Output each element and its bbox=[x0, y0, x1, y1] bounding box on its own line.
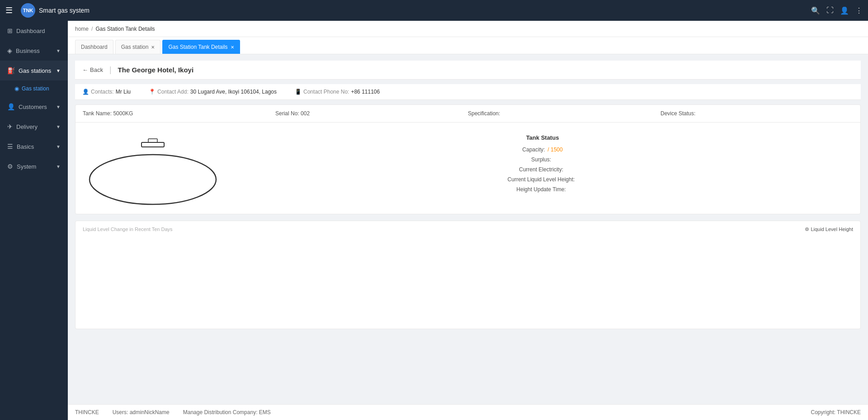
sidebar: ⊞ Dashboard ◈ Business ▼ ⛽ Gas stations … bbox=[0, 21, 68, 420]
content-area: home / Gas Station Tank Details Dashboar… bbox=[68, 21, 868, 420]
footer-users: Users: adminNickName bbox=[113, 409, 170, 415]
tab-label: Gas station bbox=[121, 44, 149, 50]
capacity-label: Capacity: bbox=[522, 146, 545, 153]
tank-illustration bbox=[83, 130, 223, 207]
dashboard-icon: ⊞ bbox=[7, 27, 13, 34]
footer-company: THINCKE bbox=[75, 409, 99, 415]
device-status-label: Device Status: bbox=[660, 110, 695, 117]
back-arrow-icon: ← bbox=[82, 66, 88, 73]
logo-icon: TNK bbox=[21, 3, 35, 18]
tank-name-label: Tank Name: bbox=[83, 110, 112, 117]
chart-area: Liquid Level Change in Recent Ten Days L… bbox=[75, 221, 861, 329]
sidebar-item-basics[interactable]: ☰ Basics ▼ bbox=[0, 137, 68, 156]
sidebar-item-dashboard[interactable]: ⊞ Dashboard bbox=[0, 21, 68, 41]
header-right: 🔍 ⛶ 👤 ⋮ bbox=[811, 6, 863, 15]
chevron-down-icon: ▼ bbox=[56, 164, 61, 169]
serial-label: Serial No: bbox=[275, 110, 299, 117]
electricity-row: Current Electricity: bbox=[241, 166, 844, 173]
chevron-down-icon: ▼ bbox=[56, 124, 61, 129]
manage-label: Manage Distribution Company: bbox=[183, 409, 258, 415]
chevron-down-icon: ▼ bbox=[56, 48, 61, 53]
hamburger-icon[interactable]: ☰ bbox=[5, 5, 13, 15]
sidebar-item-gas-stations[interactable]: ⛽ Gas stations ▼ bbox=[0, 61, 68, 80]
delivery-icon: ✈ bbox=[7, 123, 13, 130]
surplus-label: Surplus: bbox=[531, 156, 551, 163]
top-header: ☰ TNK Smart gas system 🔍 ⛶ 👤 ⋮ bbox=[0, 0, 868, 21]
back-button[interactable]: ← Back bbox=[82, 66, 103, 73]
legend-liquid-level: Liquid Level Height bbox=[805, 227, 853, 232]
contact-add-label: Contact Add: bbox=[157, 89, 189, 95]
tab-label: Gas Station Tank Details bbox=[168, 44, 227, 50]
settings-icon[interactable]: ⋮ bbox=[855, 6, 863, 15]
users-label: Users: bbox=[113, 409, 128, 415]
back-separator: | bbox=[109, 65, 112, 75]
search-icon[interactable]: 🔍 bbox=[811, 6, 820, 15]
sidebar-item-business[interactable]: ◈ Business ▼ bbox=[0, 41, 68, 61]
contact-add-value: 30 Lugard Ave, Ikoyi 106104, Lagos bbox=[190, 89, 277, 95]
tank-name-cell: Tank Name: 5000KG bbox=[83, 110, 275, 117]
tank-card-header: Tank Name: 5000KG Serial No: 002 Specifi… bbox=[75, 105, 860, 123]
phone-icon: 📱 bbox=[295, 89, 302, 95]
sidebar-sub-label: Gas station bbox=[22, 85, 49, 92]
back-label: Back bbox=[90, 66, 103, 73]
footer-left: THINCKE Users: adminNickName Manage Dist… bbox=[75, 409, 271, 415]
legend-dot-icon bbox=[805, 227, 809, 231]
tank-svg bbox=[85, 134, 221, 207]
breadcrumb-current: Gas Station Tank Details bbox=[95, 26, 155, 32]
breadcrumb-separator: / bbox=[91, 26, 93, 32]
app-wrapper: ☰ TNK Smart gas system 🔍 ⛶ 👤 ⋮ ⊞ Dashboa… bbox=[0, 0, 868, 420]
sidebar-item-label: Business bbox=[16, 47, 40, 54]
footer-manage: Manage Distribution Company: EMS bbox=[183, 409, 271, 415]
tank-card: Tank Name: 5000KG Serial No: 002 Specifi… bbox=[75, 104, 861, 214]
spec-label: Specification: bbox=[468, 110, 500, 117]
main-layout: ⊞ Dashboard ◈ Business ▼ ⛽ Gas stations … bbox=[0, 21, 868, 420]
info-row: 👤 Contacts: Mr Liu 📍 Contact Add: 30 Lug… bbox=[75, 84, 861, 100]
sidebar-item-label: Basics bbox=[17, 143, 34, 150]
sub-item-dot-icon: ◉ bbox=[14, 85, 19, 92]
update-time-label: Height Update Time: bbox=[516, 186, 566, 193]
close-icon[interactable]: ✕ bbox=[231, 45, 234, 50]
surplus-row: Surplus: bbox=[241, 156, 844, 163]
sidebar-item-system[interactable]: ⚙ System ▼ bbox=[0, 156, 68, 176]
back-bar: ← Back | The George Hotel, Ikoyi bbox=[75, 61, 861, 80]
spec-cell: Specification: bbox=[468, 110, 660, 117]
svg-rect-0 bbox=[142, 142, 164, 147]
sidebar-item-label: Customers bbox=[19, 104, 47, 110]
contact-phone-value: +86 111106 bbox=[351, 89, 380, 95]
contact-add-info: 📍 Contact Add: 30 Lugard Ave, Ikoyi 1061… bbox=[149, 89, 277, 95]
footer-copyright: Copyright: THINCKE bbox=[811, 409, 861, 415]
chevron-down-icon: ▼ bbox=[56, 68, 61, 73]
customers-icon: 👤 bbox=[7, 103, 15, 110]
svg-point-2 bbox=[90, 155, 216, 204]
tab-gas-station[interactable]: Gas station ✕ bbox=[115, 40, 161, 54]
sidebar-item-delivery[interactable]: ✈ Delivery ▼ bbox=[0, 117, 68, 137]
sidebar-item-label: Delivery bbox=[16, 123, 38, 130]
contacts-info: 👤 Contacts: Mr Liu bbox=[82, 89, 131, 95]
tab-dashboard[interactable]: Dashboard bbox=[75, 40, 113, 54]
contact-phone-info: 📱 Contact Phone No: +86 111106 bbox=[295, 89, 380, 95]
breadcrumb-home[interactable]: home bbox=[75, 26, 89, 32]
serial-no-cell: Serial No: 002 bbox=[275, 110, 468, 117]
capacity-value: / 1500 bbox=[547, 146, 562, 153]
chart-title: Liquid Level Change in Recent Ten Days bbox=[83, 227, 173, 232]
sidebar-sub-item-gas-station[interactable]: ◉ Gas station bbox=[0, 80, 68, 97]
contact-phone-label: Contact Phone No: bbox=[303, 89, 349, 95]
tab-gas-station-tank-details[interactable]: Gas Station Tank Details ✕ bbox=[162, 40, 240, 54]
close-icon[interactable]: ✕ bbox=[151, 45, 155, 50]
tab-bar: Dashboard Gas station ✕ Gas Station Tank… bbox=[68, 37, 868, 54]
location-icon: 📍 bbox=[149, 89, 156, 95]
chevron-down-icon: ▼ bbox=[56, 104, 61, 109]
legend-label: Liquid Level Height bbox=[811, 227, 853, 232]
page-title: The George Hotel, Ikoyi bbox=[118, 66, 194, 74]
user-icon[interactable]: 👤 bbox=[840, 6, 849, 15]
device-status-cell: Device Status: bbox=[660, 110, 853, 117]
manage-value: EMS bbox=[259, 409, 271, 415]
sidebar-item-customers[interactable]: 👤 Customers ▼ bbox=[0, 97, 68, 117]
tank-status-title: Tank Status bbox=[241, 134, 844, 141]
tank-name-value: 5000KG bbox=[113, 110, 133, 117]
breadcrumb: home / Gas Station Tank Details bbox=[68, 21, 868, 37]
business-icon: ◈ bbox=[7, 47, 12, 54]
tab-label: Dashboard bbox=[81, 44, 108, 50]
fullscreen-icon[interactable]: ⛶ bbox=[826, 6, 834, 14]
gas-stations-icon: ⛽ bbox=[7, 67, 15, 74]
